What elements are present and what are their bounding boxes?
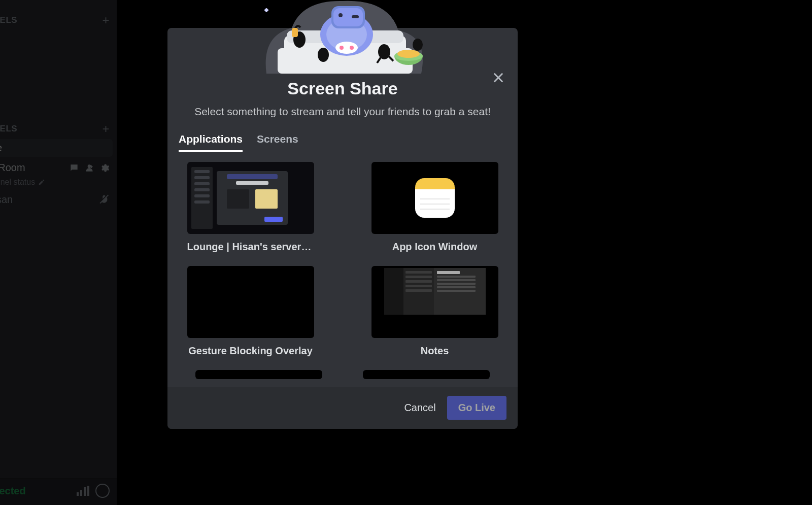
modal-subtitle: Select something to stream and tell your…	[167, 106, 518, 118]
svg-rect-6	[331, 6, 365, 28]
svg-point-20	[265, 9, 267, 11]
notes-app-icon	[415, 178, 455, 218]
source-thumbnail	[187, 266, 314, 338]
source-thumbnail	[187, 162, 314, 234]
svg-rect-22	[265, 8, 267, 12]
screen-share-modal: Screen Share Select something to stream …	[167, 28, 518, 429]
source-label: App Icon Window	[371, 241, 498, 253]
source-label: Gesture Blocking Overlay	[187, 345, 314, 357]
source-app-icon-window[interactable]: App Icon Window	[371, 162, 498, 253]
source-gesture-overlay[interactable]: Gesture Blocking Overlay	[187, 266, 314, 357]
cancel-button[interactable]: Cancel	[404, 402, 435, 414]
more-sources-peek	[195, 370, 490, 379]
modal-overlay: Screen Share Select something to stream …	[0, 0, 812, 505]
tab-screens[interactable]: Screens	[257, 133, 298, 152]
source-label: Notes	[371, 345, 498, 357]
go-live-button[interactable]: Go Live	[447, 396, 506, 420]
source-list[interactable]: Lounge | Hisan's server 5 -… App Icon Wi…	[167, 152, 518, 387]
source-discord[interactable]: Lounge | Hisan's server 5 -…	[187, 162, 314, 253]
app-root: NNELS + al s NNELS + ge m Room	[0, 0, 812, 505]
svg-rect-7	[333, 8, 363, 26]
source-tabs: Applications Screens	[167, 118, 518, 152]
source-label: Lounge | Hisan's server 5 -…	[187, 241, 314, 253]
source-thumbnail	[371, 266, 498, 338]
source-thumbnail	[371, 162, 498, 234]
modal-title: Screen Share	[167, 79, 518, 98]
tab-applications[interactable]: Applications	[179, 133, 243, 152]
modal-footer: Cancel Go Live	[167, 387, 518, 429]
svg-point-8	[339, 13, 343, 17]
source-notes[interactable]: Notes	[371, 266, 498, 357]
close-button[interactable]	[489, 69, 507, 87]
svg-rect-21	[264, 9, 268, 11]
modal-header: Screen Share Select something to stream …	[167, 28, 518, 118]
svg-rect-9	[352, 15, 359, 18]
